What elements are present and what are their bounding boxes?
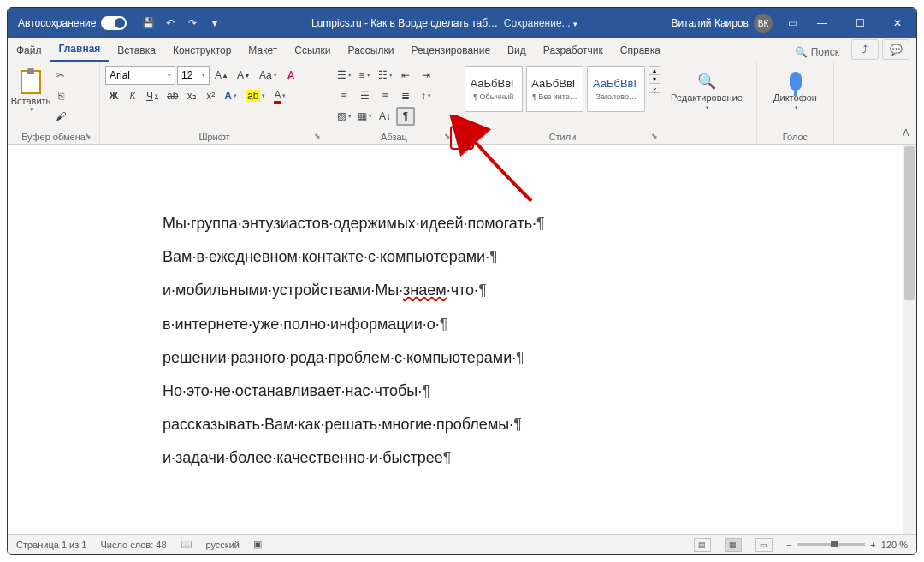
highlight-button[interactable]: ab▾ (242, 86, 269, 105)
font-name-combo[interactable]: Arial▾ (105, 66, 175, 85)
tab-mailings[interactable]: Рассылки (340, 39, 403, 62)
text-line[interactable]: в·интернете·уже·полно·информации·о·¶ (163, 314, 761, 335)
ribbon-display-icon[interactable]: ▭ (785, 15, 800, 31)
launcher-icon[interactable]: ⬊ (84, 132, 92, 140)
redo-icon[interactable]: ↷ (185, 15, 200, 31)
decrease-indent-button[interactable]: ⇤ (396, 66, 415, 85)
zoom-slider[interactable] (797, 543, 865, 546)
italic-button[interactable]: К (124, 86, 141, 105)
grow-font-button[interactable]: A▲ (211, 66, 232, 85)
sort-button[interactable]: A↓ (376, 107, 394, 126)
document-area[interactable]: Мы·группа·энтузиастов·одержимых·идеей·по… (8, 145, 916, 534)
style-no-spacing[interactable]: АаБбВвГ ¶ Без инте… (526, 66, 584, 112)
text-line[interactable]: и·задачи·более·качественно·и·быстрее¶ (163, 447, 761, 469)
format-painter-button[interactable]: 🖌 (52, 107, 69, 126)
text-effects-button[interactable]: A▾ (221, 86, 240, 105)
copy-icon: ⎘ (58, 90, 64, 102)
bold-button[interactable]: Ж (105, 86, 122, 105)
launcher-icon[interactable]: ⬊ (650, 132, 659, 140)
chevron-up-icon[interactable]: ▴ (649, 67, 660, 75)
zoom-out-button[interactable]: − (786, 540, 791, 550)
cut-button[interactable]: ✂ (52, 66, 69, 85)
minimize-button[interactable]: — (803, 8, 841, 38)
borders-button[interactable]: ▦▾ (355, 107, 374, 126)
expand-icon[interactable]: ⌄ (649, 84, 660, 92)
clear-formatting-button[interactable]: A̷ (282, 66, 299, 85)
save-icon[interactable]: 💾 (140, 15, 156, 31)
numbering-button[interactable]: ≡▾ (355, 66, 374, 85)
spellcheck-icon[interactable]: 📖 (181, 539, 192, 550)
vertical-scrollbar[interactable] (903, 145, 916, 534)
bullets-button[interactable]: ☰▾ (335, 66, 353, 85)
status-word-count[interactable]: Число слов: 48 (100, 540, 166, 550)
styles-gallery-nav[interactable]: ▴ ▾ ⌄ (649, 66, 660, 93)
comments-button[interactable]: 💬 (882, 39, 909, 60)
tab-home[interactable]: Главная (50, 38, 110, 62)
close-button[interactable]: ✕ (879, 8, 916, 38)
align-center-button[interactable]: ☰ (355, 86, 374, 105)
text-line[interactable]: рассказывать·Вам·как·решать·многие·пробл… (163, 414, 761, 435)
launcher-icon[interactable]: ⬊ (313, 132, 322, 140)
underline-button[interactable]: Ч▾ (143, 86, 162, 105)
maximize-button[interactable]: ☐ (841, 8, 879, 38)
autosave-toggle[interactable] (101, 16, 127, 30)
text-line[interactable]: Вам·в·ежедневном·контакте·с·компьютерами… (163, 246, 761, 268)
tab-insert[interactable]: Вставка (109, 39, 164, 62)
subscript-button[interactable]: x₂ (183, 86, 200, 105)
search-icon: 🔍 (795, 46, 808, 58)
view-read-mode[interactable]: ▤ (694, 538, 711, 552)
shrink-font-button[interactable]: A▼ (234, 66, 254, 85)
zoom-level[interactable]: 120 % (881, 540, 908, 550)
multilevel-button[interactable]: ☷▾ (376, 66, 394, 85)
editing-button[interactable]: 🔍 Редактирование ▾ (672, 66, 742, 117)
style-normal[interactable]: АаБбВвГ ¶ Обычный (465, 66, 523, 112)
paste-button[interactable]: Вставить ▾ (13, 66, 49, 117)
justify-button[interactable]: ≣ (396, 86, 415, 105)
undo-icon[interactable]: ↶ (163, 15, 178, 31)
autosave-label: Автосохранение (18, 17, 96, 29)
tab-review[interactable]: Рецензирование (402, 39, 499, 62)
change-case-button[interactable]: Aa▾ (256, 66, 281, 85)
tab-view[interactable]: Вид (499, 39, 535, 62)
line-spacing-button[interactable]: ↕▾ (417, 86, 435, 105)
macro-icon[interactable]: ▣ (253, 539, 262, 550)
superscript-button[interactable]: x² (202, 86, 219, 105)
copy-button[interactable]: ⎘ (52, 86, 69, 105)
text-line[interactable]: решении·разного·рода·проблем·с·компьютер… (163, 347, 761, 369)
font-color-button[interactable]: A▾ (270, 86, 289, 105)
show-paragraph-marks-button[interactable]: ¶ (396, 107, 415, 126)
font-size-combo[interactable]: 12▾ (177, 66, 210, 85)
user-account[interactable]: Виталий Каиров ВК (662, 14, 781, 33)
scrollbar-thumb[interactable] (904, 146, 915, 300)
tab-file[interactable]: Файл (8, 39, 50, 62)
status-language[interactable]: русский (206, 540, 240, 550)
zoom-in-button[interactable]: + (870, 540, 875, 550)
view-print-layout[interactable]: ▦ (725, 538, 742, 552)
increase-indent-button[interactable]: ⇥ (417, 66, 435, 85)
collapse-ribbon-icon[interactable]: ᐱ (903, 127, 909, 139)
align-left-button[interactable]: ≡ (335, 86, 353, 105)
launcher-icon[interactable]: ⬊ (443, 132, 452, 140)
document-page[interactable]: Мы·группа·энтузиастов·одержимых·идеей·по… (154, 162, 770, 470)
tab-developer[interactable]: Разработчик (535, 39, 612, 62)
tab-help[interactable]: Справка (612, 39, 669, 62)
text-line[interactable]: и·мобильными·устройствами·Мы·знаем·что·¶ (163, 280, 761, 301)
chevron-down-icon[interactable]: ▾ (649, 75, 660, 84)
window-title: Lumpics.ru - Как в Ворде сделать таб… Со… (226, 17, 662, 29)
share-button[interactable]: ⤴ (851, 39, 879, 60)
tab-references[interactable]: Ссылки (286, 39, 339, 62)
status-page[interactable]: Страница 1 из 1 (16, 540, 86, 550)
search-box[interactable]: 🔍 Поиск (786, 43, 848, 62)
shading-button[interactable]: ▨▾ (335, 107, 353, 126)
strikethrough-button[interactable]: ab (163, 86, 181, 105)
view-web-layout[interactable]: ▭ (755, 538, 773, 552)
qat-customize-icon[interactable]: ▾ (207, 15, 222, 31)
align-right-button[interactable]: ≡ (376, 86, 394, 105)
text-line[interactable]: Но·это·не·останавливает·нас·чтобы·¶ (163, 381, 761, 402)
style-heading1[interactable]: АаБбВвГ Заголово… (587, 66, 645, 112)
tab-layout[interactable]: Макет (240, 39, 286, 62)
dictate-button[interactable]: Диктофон ▾ (762, 66, 828, 117)
tab-design[interactable]: Конструктор (164, 39, 240, 62)
text-line[interactable]: Мы·группа·энтузиастов·одержимых·идеей·по… (163, 213, 761, 234)
autosave-section: Автосохранение (8, 16, 137, 30)
